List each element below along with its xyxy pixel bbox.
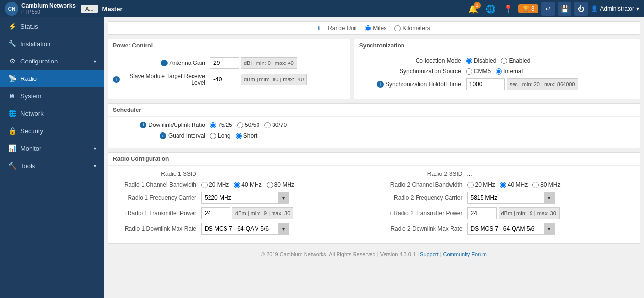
colocation-label: Co-location Mode bbox=[359, 57, 466, 64]
save-button[interactable]: 💾 bbox=[558, 2, 571, 16]
award-button[interactable]: 🏆 3 bbox=[518, 4, 539, 13]
radio1-bw-20-label[interactable]: 20 MHz bbox=[201, 181, 229, 188]
sync-internal-radio[interactable] bbox=[496, 68, 502, 75]
sidebar-label-monitor: Monitor bbox=[20, 145, 41, 152]
antenna-gain-row: i Antenna Gain dBi | min: 0 | max: 40 bbox=[113, 57, 345, 69]
radio2-bw-40-label[interactable]: 40 MHz bbox=[500, 181, 528, 188]
dl-ul-label: i Downlink/Uplink Ratio bbox=[113, 122, 210, 128]
slave-target-control: dBm | min: -80 | max: -40 bbox=[210, 74, 307, 85]
undo-button[interactable]: ↩ bbox=[541, 2, 555, 16]
logo-icon: CN bbox=[5, 2, 18, 16]
radio1-freq-row: Radio 1 Frequency Carrier 5220 MHz ▾ bbox=[114, 192, 368, 204]
radio2-dl-select[interactable]: DS MCS 7 - 64-QAM 5/6 bbox=[467, 223, 555, 235]
radio2-bw-40[interactable] bbox=[500, 182, 506, 188]
radio2-bw-20-label[interactable]: 20 MHz bbox=[467, 181, 495, 188]
radio2-col: Radio 2 SSID ... Radio 2 Channel Bandwid… bbox=[374, 166, 640, 243]
sidebar-item-installation[interactable]: 🔧 Installation bbox=[0, 35, 104, 52]
slave-target-label: i Slave Module Target Receive Level bbox=[113, 73, 210, 86]
sidebar-item-radio[interactable]: 📡 Radio bbox=[0, 70, 104, 87]
scheduler-panel: Scheduler i Downlink/Uplink Ratio 75/25 … bbox=[108, 103, 640, 148]
footer-community-link[interactable]: Community Forum bbox=[443, 251, 487, 257]
main-layout: ⚡ Status 🔧 Installation ⚙ Configuration … bbox=[0, 17, 644, 298]
radio1-dl-row: Radio 1 Downlink Max Rate DS MCS 7 - 64-… bbox=[114, 223, 368, 235]
alerts-button[interactable]: 🔔 2 bbox=[466, 2, 481, 16]
sidebar-item-configuration[interactable]: ⚙ Configuration ▾ bbox=[0, 52, 104, 70]
radio2-ssid-row: Radio 2 SSID ... bbox=[380, 171, 634, 177]
colocation-disabled-label[interactable]: Disabled bbox=[466, 57, 497, 64]
radio2-bw-80[interactable] bbox=[532, 182, 539, 188]
sidebar-label-tools: Tools bbox=[20, 162, 35, 170]
range-unit-label: Range Unit bbox=[328, 25, 357, 31]
main-content: ℹ Range Unit Miles Kilometers Power Cont… bbox=[104, 17, 644, 298]
sync-internal-label[interactable]: Internal bbox=[496, 68, 523, 75]
dl-ul-50-radio[interactable] bbox=[237, 122, 243, 128]
colocation-radio-group: Disabled Enabled bbox=[466, 57, 531, 64]
power-button[interactable]: ⏻ bbox=[574, 2, 588, 16]
radio1-bw-40-label[interactable]: 40 MHz bbox=[234, 181, 261, 188]
slave-target-info: i bbox=[113, 76, 120, 83]
sync-source-control: CMM5 Internal bbox=[466, 68, 523, 75]
radio2-bw-label: Radio 2 Channel Bandwidth bbox=[380, 181, 467, 188]
radio1-power-input[interactable] bbox=[201, 207, 230, 219]
location-button[interactable]: 📍 bbox=[501, 2, 515, 16]
dl-ul-75-label[interactable]: 75/25 bbox=[210, 122, 232, 128]
sidebar-label-radio: Radio bbox=[20, 75, 37, 82]
power-control-body: i Antenna Gain dBi | min: 0 | max: 40 i … bbox=[108, 52, 350, 95]
radio1-dl-select[interactable]: DS MCS 7 - 64-QAM 5/6 bbox=[201, 223, 289, 235]
sidebar-label-network: Network bbox=[20, 110, 44, 117]
globe-button[interactable]: 🌐 bbox=[483, 2, 498, 16]
slave-target-input[interactable] bbox=[210, 74, 239, 85]
synchronization-panel: Synchronization Co-location Mode Disable… bbox=[354, 39, 640, 99]
monitor-arrow: ▾ bbox=[94, 146, 96, 151]
antenna-gain-control: dBi | min: 0 | max: 40 bbox=[210, 57, 297, 69]
footer-support-link[interactable]: Support bbox=[420, 251, 439, 257]
power-sync-row: Power Control i Antenna Gain dBi | min: … bbox=[108, 39, 640, 99]
guard-short-radio[interactable] bbox=[236, 133, 242, 139]
range-miles-radio[interactable] bbox=[365, 25, 371, 31]
guard-long-radio[interactable] bbox=[210, 133, 216, 139]
radio1-freq-select[interactable]: 5220 MHz bbox=[201, 192, 289, 204]
radio2-ssid-value: ... bbox=[467, 171, 472, 177]
sidebar-item-network[interactable]: 🌐 Network bbox=[0, 105, 104, 122]
dl-ul-30-label[interactable]: 30/70 bbox=[264, 122, 287, 128]
guard-long-label[interactable]: Long bbox=[210, 132, 231, 139]
sidebar-item-tools[interactable]: 🔨 Tools ▾ bbox=[0, 157, 104, 174]
dl-ul-30-radio[interactable] bbox=[264, 122, 271, 128]
radio1-bw-80-label[interactable]: 80 MHz bbox=[267, 181, 294, 188]
colocation-enabled-radio[interactable] bbox=[501, 58, 507, 64]
range-km-radio[interactable] bbox=[394, 25, 401, 31]
radio2-ssid-label: Radio 2 SSID bbox=[380, 171, 467, 177]
radio1-bw-20[interactable] bbox=[201, 182, 208, 188]
radio-config-title: Radio Configuration bbox=[108, 153, 640, 166]
range-miles-label[interactable]: Miles bbox=[365, 25, 386, 31]
colocation-enabled-label[interactable]: Enabled bbox=[501, 57, 530, 64]
sync-cmm5-radio[interactable] bbox=[466, 68, 472, 75]
sidebar-item-security[interactable]: 🔒 Security bbox=[0, 122, 104, 140]
tools-icon: 🔨 bbox=[8, 162, 16, 170]
dl-ul-50-label[interactable]: 50/50 bbox=[237, 122, 259, 128]
logo-text: Cambium Networks PTP 550 bbox=[21, 2, 76, 15]
power-control-title: Power Control bbox=[108, 39, 350, 52]
sidebar-item-status[interactable]: ⚡ Status bbox=[0, 17, 104, 35]
radio2-freq-select[interactable]: 5815 MHz bbox=[467, 192, 555, 204]
range-km-label[interactable]: Kilometers bbox=[394, 25, 430, 31]
holdoff-label: i Synchronization Holdoff Time bbox=[359, 81, 466, 88]
monitor-icon: 📊 bbox=[8, 144, 16, 152]
holdoff-input[interactable] bbox=[466, 78, 505, 90]
guard-info: i bbox=[160, 132, 166, 139]
radio1-bw-80[interactable] bbox=[267, 182, 273, 188]
radio1-dl-select-wrap: DS MCS 7 - 64-QAM 5/6 ▾ bbox=[201, 223, 289, 235]
dl-ul-75-radio[interactable] bbox=[210, 122, 216, 128]
admin-menu[interactable]: 👤 Administrator ▾ bbox=[591, 5, 639, 12]
radio2-bw-80-label[interactable]: 80 MHz bbox=[532, 181, 560, 188]
sync-cmm5-label[interactable]: CMM5 bbox=[466, 68, 491, 75]
sidebar-item-system[interactable]: 🖥 System bbox=[0, 87, 104, 105]
configuration-icon: ⚙ bbox=[8, 57, 16, 65]
antenna-gain-input[interactable] bbox=[210, 57, 239, 69]
radio1-bw-40[interactable] bbox=[234, 182, 240, 188]
radio2-power-input[interactable] bbox=[467, 207, 497, 219]
sidebar-item-monitor[interactable]: 📊 Monitor ▾ bbox=[0, 140, 104, 157]
radio2-bw-20[interactable] bbox=[467, 182, 474, 188]
guard-short-label[interactable]: Short bbox=[236, 132, 258, 139]
colocation-disabled-radio[interactable] bbox=[466, 58, 472, 64]
